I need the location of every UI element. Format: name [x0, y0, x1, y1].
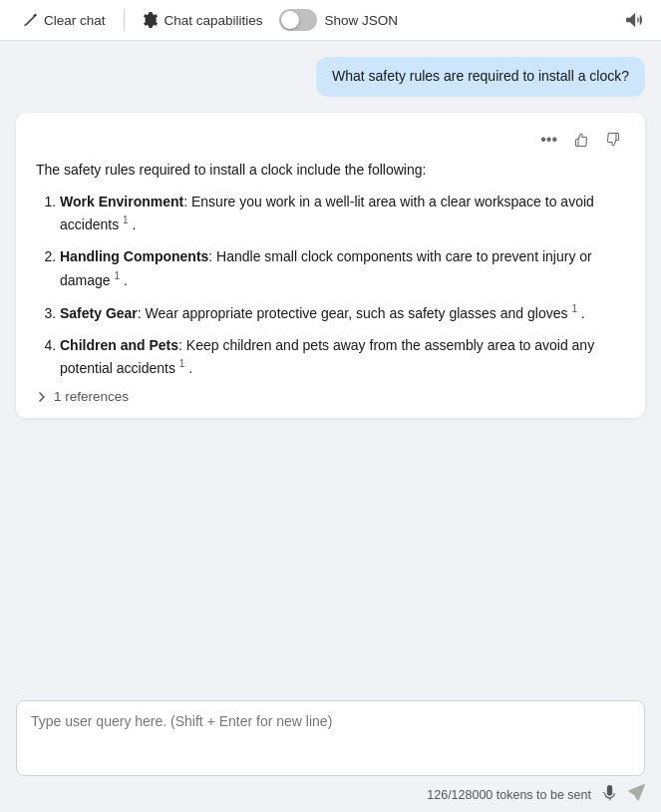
ai-response-text: The safety rules required to install a c… [36, 159, 625, 380]
show-json-toggle[interactable] [279, 9, 317, 31]
toggle-area: Show JSON [279, 9, 399, 31]
main-content: What safety rules are required to instal… [0, 41, 661, 692]
chat-capabilities-button[interactable]: Chat capabilities [133, 8, 273, 32]
ai-response-card: ••• The safety rules required to install… [16, 113, 645, 419]
mic-icon [601, 784, 618, 801]
volume-icon [625, 11, 643, 29]
thumbs-up-button[interactable] [569, 129, 593, 151]
list-item: Safety Gear: Wear appropriate protective… [60, 301, 625, 324]
thumbs-up-icon [573, 132, 589, 148]
user-bubble: What safety rules are required to instal… [316, 57, 645, 97]
mic-button[interactable] [601, 784, 618, 806]
list-item-title: Handling Components [60, 248, 208, 264]
header: Clear chat Chat capabilities Show JSON [0, 0, 661, 41]
chat-capabilities-label: Chat capabilities [165, 13, 263, 28]
token-count-text: 126/128000 tokens to be sent [427, 788, 591, 802]
references-label: 1 references [54, 389, 129, 404]
thumbs-down-icon [605, 132, 621, 148]
show-json-label: Show JSON [325, 13, 399, 28]
clear-chat-button[interactable]: Clear chat [12, 8, 116, 32]
broom-icon [22, 12, 38, 28]
reference-sup: 1 [123, 214, 129, 225]
thumbs-down-button[interactable] [601, 129, 625, 151]
query-input[interactable] [16, 700, 645, 776]
gear-icon [143, 12, 159, 28]
header-divider [124, 9, 125, 31]
list-item-body: : Wear appropriate protective gear, such… [138, 305, 568, 321]
reference-sup: 1 [179, 358, 185, 369]
user-message-container: What safety rules are required to instal… [16, 57, 645, 97]
list-item: Handling Components: Handle small clock … [60, 245, 625, 290]
list-item-title: Children and Pets [60, 337, 178, 353]
reference-sup: 1 [571, 303, 577, 314]
token-bar: 126/128000 tokens to be sent [0, 780, 661, 812]
list-item-title: Safety Gear [60, 305, 138, 321]
toggle-knob [281, 11, 299, 29]
reference-sup: 1 [114, 270, 120, 281]
list-item: Children and Pets: Keep children and pet… [60, 334, 625, 379]
chevron-right-icon [36, 391, 48, 403]
ai-intro: The safety rules required to install a c… [36, 159, 625, 181]
ai-card-actions: ••• [36, 129, 625, 151]
clear-chat-label: Clear chat [44, 13, 106, 28]
ai-response-list: Work Environment: Ensure you work in a w… [36, 191, 625, 379]
send-icon [628, 784, 645, 801]
send-button[interactable] [628, 784, 645, 806]
references-row[interactable]: 1 references [36, 389, 625, 404]
user-message-text: What safety rules are required to instal… [332, 68, 629, 84]
more-options-button[interactable]: ••• [536, 129, 561, 151]
list-item-title: Work Environment [60, 194, 183, 209]
volume-button[interactable] [619, 5, 649, 35]
more-options-icon: ••• [540, 131, 557, 149]
input-area-wrapper [0, 692, 661, 780]
list-item: Work Environment: Ensure you work in a w… [60, 191, 625, 235]
